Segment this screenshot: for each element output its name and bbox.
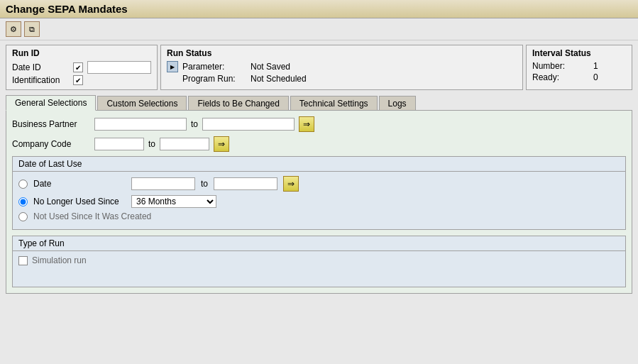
run-id-panel: Run ID Date ID ✔ Identification ✔ bbox=[6, 45, 158, 90]
not-used-created-row: Not Used Since It Was Created bbox=[18, 211, 620, 221]
company-code-row: Company Code to ⇒ bbox=[12, 136, 626, 152]
company-code-label: Company Code bbox=[12, 139, 90, 149]
date-to-label: to bbox=[201, 179, 208, 189]
ready-label: Ready: bbox=[532, 72, 589, 82]
business-partner-row: Business Partner to ⇒ bbox=[12, 116, 626, 132]
toolbar: ⚙ ⧉ © www.tutorialkart.com bbox=[0, 18, 638, 40]
parameter-value: Not Saved bbox=[251, 62, 290, 72]
date-id-input[interactable] bbox=[87, 61, 151, 74]
parameter-label: Parameter: bbox=[182, 62, 246, 72]
no-longer-used-label: No Longer Used Since bbox=[33, 197, 126, 206]
tab-general-selections[interactable]: General Selections bbox=[6, 95, 96, 111]
tab-custom-selections[interactable]: Custom Selections bbox=[97, 96, 187, 111]
number-value: 1 bbox=[593, 61, 598, 71]
number-label: Number: bbox=[532, 61, 589, 71]
date-radio[interactable] bbox=[18, 180, 28, 189]
page-title: Change SEPA Mandates bbox=[6, 3, 128, 15]
title-bar: Change SEPA Mandates bbox=[0, 0, 638, 18]
date-radio-label: Date bbox=[33, 179, 126, 189]
type-of-run-group: Type of Run Simulation run bbox=[12, 236, 626, 287]
program-run-label: Program Run: bbox=[182, 74, 246, 84]
tabs-bar: General Selections Custom Selections Fie… bbox=[6, 94, 632, 110]
tab-content: Business Partner to ⇒ Company Code to ⇒ … bbox=[6, 110, 632, 294]
not-used-created-label: Not Used Since It Was Created bbox=[33, 211, 151, 221]
date-id-checkbox[interactable]: ✔ bbox=[73, 62, 83, 72]
business-partner-nav-btn[interactable]: ⇒ bbox=[299, 116, 314, 132]
run-status-panel: Run Status ▶ Parameter: Not Saved Progra… bbox=[160, 45, 523, 90]
ready-value: 0 bbox=[593, 72, 598, 82]
simulation-run-row: Simulation run bbox=[18, 255, 620, 265]
run-status-title: Run Status bbox=[167, 48, 517, 58]
date-radio-row: Date to ⇒ bbox=[18, 176, 620, 192]
tab-fields-to-be-changed[interactable]: Fields to Be Changed bbox=[188, 96, 288, 111]
business-partner-to[interactable] bbox=[202, 118, 295, 131]
date-from-input[interactable] bbox=[131, 177, 195, 190]
date-nav-btn[interactable]: ⇒ bbox=[283, 176, 299, 192]
program-run-value: Not Scheduled bbox=[251, 74, 307, 84]
date-of-last-use-group: Date of Last Use Date to ⇒ No Longer Use… bbox=[12, 156, 626, 230]
settings-icon[interactable]: ⚙ bbox=[6, 21, 21, 37]
business-partner-label: Business Partner bbox=[12, 119, 90, 129]
company-code-to[interactable] bbox=[160, 138, 209, 150]
no-longer-used-dropdown[interactable]: 3 Months 6 Months 12 Months 18 Months 24… bbox=[131, 195, 216, 208]
simulation-run-checkbox[interactable] bbox=[18, 256, 28, 265]
company-code-from[interactable] bbox=[94, 138, 144, 150]
simulation-run-label: Simulation run bbox=[32, 255, 87, 265]
date-id-label: Date ID bbox=[12, 62, 69, 72]
tab-technical-settings[interactable]: Technical Settings bbox=[290, 96, 378, 111]
no-longer-used-radio[interactable] bbox=[18, 197, 28, 206]
copy-icon[interactable]: ⧉ bbox=[24, 21, 40, 37]
company-code-nav-btn[interactable]: ⇒ bbox=[214, 136, 229, 152]
type-of-run-title: Type of Run bbox=[13, 236, 625, 251]
company-code-to-label: to bbox=[148, 139, 155, 149]
interval-status-title: Interval Status bbox=[532, 48, 626, 58]
no-longer-used-row: No Longer Used Since 3 Months 6 Months 1… bbox=[18, 195, 620, 208]
run-id-title: Run ID bbox=[12, 48, 151, 58]
business-partner-from[interactable] bbox=[94, 118, 187, 131]
business-partner-to-label: to bbox=[191, 119, 198, 129]
identification-checkbox[interactable]: ✔ bbox=[73, 75, 83, 85]
tab-logs[interactable]: Logs bbox=[379, 96, 416, 111]
date-to-input[interactable] bbox=[214, 177, 277, 190]
identification-label: Identification bbox=[12, 75, 69, 85]
interval-status-panel: Interval Status Number: 1 Ready: 0 bbox=[526, 45, 632, 90]
date-of-last-use-title: Date of Last Use bbox=[13, 157, 625, 172]
not-used-created-radio[interactable] bbox=[18, 212, 28, 221]
param-icon: ▶ bbox=[167, 61, 178, 72]
